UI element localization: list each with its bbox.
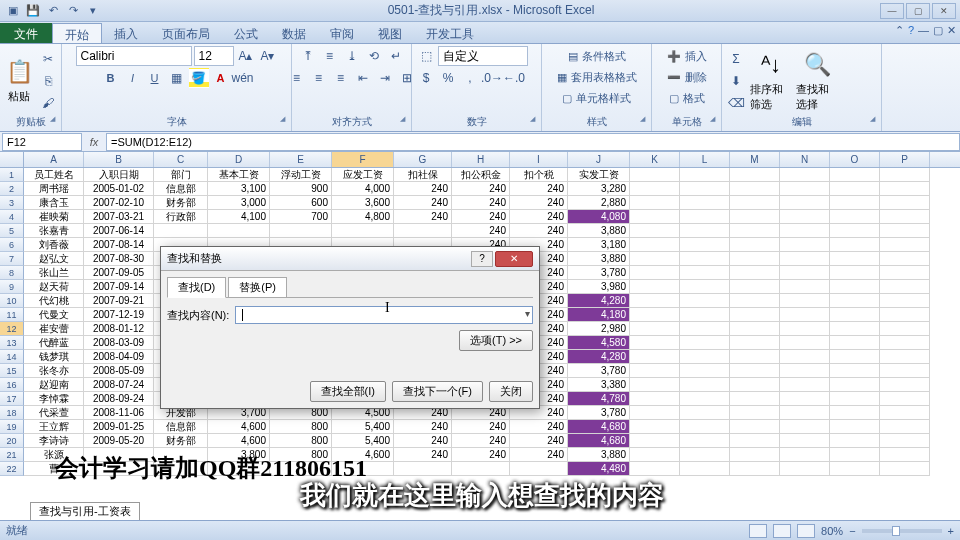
cell[interactable]: [880, 392, 930, 406]
cell[interactable]: 代采萱: [24, 406, 84, 420]
row-header[interactable]: 4: [0, 210, 24, 224]
cell[interactable]: [830, 420, 880, 434]
cell[interactable]: 张冬亦: [24, 364, 84, 378]
row-header[interactable]: 17: [0, 392, 24, 406]
cell[interactable]: 4,480: [568, 462, 630, 476]
cell[interactable]: 240: [510, 434, 568, 448]
row-header[interactable]: 16: [0, 378, 24, 392]
row-header[interactable]: 2: [0, 182, 24, 196]
help-icon[interactable]: ?: [908, 24, 914, 37]
cell[interactable]: [630, 336, 680, 350]
cell-style-button[interactable]: ▢单元格样式: [562, 88, 631, 108]
cell[interactable]: [630, 280, 680, 294]
view-break-icon[interactable]: [797, 524, 815, 538]
cell[interactable]: 3,880: [568, 224, 630, 238]
cell[interactable]: [880, 336, 930, 350]
cell[interactable]: 4,000: [332, 182, 394, 196]
cell[interactable]: 2007-09-21: [84, 294, 154, 308]
cell[interactable]: [680, 350, 730, 364]
col-header[interactable]: A: [24, 152, 84, 167]
cell[interactable]: 3,380: [568, 378, 630, 392]
select-all-corner[interactable]: [0, 152, 24, 167]
find-all-button[interactable]: 查找全部(I): [310, 381, 386, 402]
maximize-icon[interactable]: ▢: [906, 3, 930, 19]
cell[interactable]: [780, 238, 830, 252]
col-header[interactable]: I: [510, 152, 568, 167]
row-header[interactable]: 21: [0, 448, 24, 462]
cell[interactable]: [830, 280, 880, 294]
name-box[interactable]: [2, 133, 82, 151]
sort-filter-button[interactable]: ᴬ↓排序和筛选: [750, 48, 792, 114]
cell[interactable]: [680, 462, 730, 476]
cell[interactable]: 2009-05-20: [84, 434, 154, 448]
row-header[interactable]: 10: [0, 294, 24, 308]
cell[interactable]: 2007-09-05: [84, 266, 154, 280]
row-header[interactable]: 9: [0, 280, 24, 294]
row-header[interactable]: 1: [0, 168, 24, 182]
cell[interactable]: [780, 196, 830, 210]
cell[interactable]: 2008-03-09: [84, 336, 154, 350]
file-tab[interactable]: 文件: [0, 23, 52, 43]
cell[interactable]: 赵弘文: [24, 252, 84, 266]
font-size-combo[interactable]: 12: [194, 46, 234, 66]
cell[interactable]: 240: [452, 434, 510, 448]
cell[interactable]: [880, 182, 930, 196]
comma-icon[interactable]: ,: [460, 68, 480, 88]
find-select-button[interactable]: 🔍查找和选择: [796, 48, 838, 114]
row-header[interactable]: 15: [0, 364, 24, 378]
cell[interactable]: 周书瑶: [24, 182, 84, 196]
row-header[interactable]: 6: [0, 238, 24, 252]
col-header[interactable]: D: [208, 152, 270, 167]
undo-icon[interactable]: ↶: [44, 2, 62, 20]
cell[interactable]: [730, 182, 780, 196]
row-header[interactable]: 5: [0, 224, 24, 238]
cell[interactable]: [730, 238, 780, 252]
col-header[interactable]: J: [568, 152, 630, 167]
cell[interactable]: [680, 420, 730, 434]
indent-dec-icon[interactable]: ⇤: [353, 68, 373, 88]
cell[interactable]: [630, 252, 680, 266]
header-cell[interactable]: 基本工资: [208, 168, 270, 182]
indent-inc-icon[interactable]: ⇥: [375, 68, 395, 88]
cell[interactable]: [730, 224, 780, 238]
cell[interactable]: [830, 266, 880, 280]
cell[interactable]: [880, 406, 930, 420]
cell[interactable]: 3,780: [568, 364, 630, 378]
cell[interactable]: [830, 238, 880, 252]
cell[interactable]: 3,780: [568, 406, 630, 420]
cell[interactable]: 240: [510, 224, 568, 238]
format-button[interactable]: ▢格式: [669, 88, 705, 108]
wrap-icon[interactable]: ↵: [386, 46, 406, 66]
cell[interactable]: 2008-11-06: [84, 406, 154, 420]
row-header[interactable]: 22: [0, 462, 24, 476]
cell[interactable]: 3,600: [332, 196, 394, 210]
header-cell[interactable]: 扣公积金: [452, 168, 510, 182]
cell[interactable]: [630, 224, 680, 238]
row-header[interactable]: 20: [0, 434, 24, 448]
cell[interactable]: [880, 420, 930, 434]
cell[interactable]: 2008-01-12: [84, 322, 154, 336]
border-icon[interactable]: ▦: [167, 68, 187, 88]
cell[interactable]: 4,580: [568, 336, 630, 350]
cell[interactable]: 2008-09-24: [84, 392, 154, 406]
cell[interactable]: [730, 336, 780, 350]
cell[interactable]: [830, 364, 880, 378]
win-close-icon[interactable]: ✕: [947, 24, 956, 37]
cell[interactable]: 4,600: [208, 434, 270, 448]
cell[interactable]: 财务部: [154, 196, 208, 210]
cell[interactable]: [630, 266, 680, 280]
cell[interactable]: [730, 406, 780, 420]
cell[interactable]: 4,800: [332, 210, 394, 224]
cell[interactable]: 2008-05-09: [84, 364, 154, 378]
cell[interactable]: [880, 294, 930, 308]
copy-icon[interactable]: ⎘: [38, 71, 58, 91]
cell[interactable]: [830, 308, 880, 322]
row-header[interactable]: 8: [0, 266, 24, 280]
cell[interactable]: [630, 448, 680, 462]
cell[interactable]: [630, 378, 680, 392]
align-center-icon[interactable]: ≡: [309, 68, 329, 88]
cell[interactable]: 240: [452, 210, 510, 224]
cell[interactable]: 240: [510, 196, 568, 210]
cell[interactable]: [880, 364, 930, 378]
fill-icon[interactable]: ⬇: [726, 71, 746, 91]
